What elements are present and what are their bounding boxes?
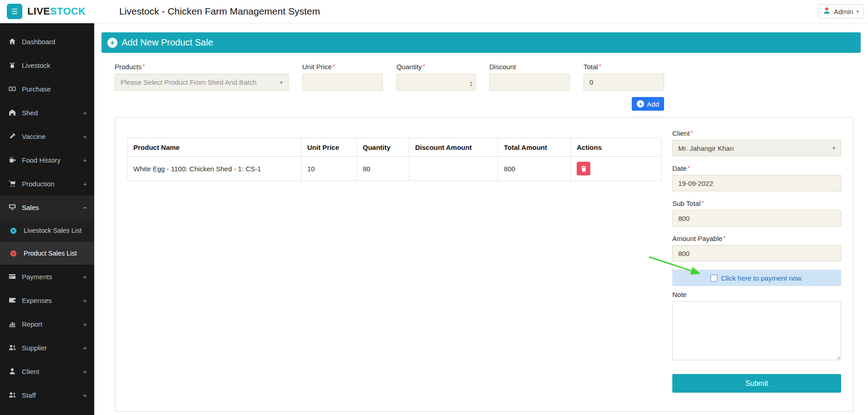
- expand-icon: +: [83, 273, 87, 281]
- page-title: Livestock - Chicken Farm Management Syst…: [119, 6, 320, 17]
- expand-icon: +: [83, 297, 87, 304]
- expand-icon: +: [83, 344, 87, 352]
- payment-toggle[interactable]: Click here to payment now.: [672, 270, 841, 286]
- top-bar: ☰ LIVESTOCK Livestock - Chicken Farm Man…: [0, 0, 868, 23]
- admin-menu[interactable]: Admin ▾: [818, 4, 864, 19]
- cell-total-amount: 800: [498, 157, 571, 181]
- products-select[interactable]: Please Select Product From Shed And Batc…: [115, 74, 289, 91]
- sidebar-item-label: Staff: [22, 391, 83, 399]
- sub-total-label: Sub Total*: [672, 200, 841, 207]
- logo-prefix: LIVE: [27, 5, 50, 17]
- sidebar-item-staff[interactable]: Staff +: [0, 383, 94, 407]
- expand-icon: +: [83, 156, 87, 164]
- sidebar-item-dashboard[interactable]: Dashboard: [0, 30, 94, 53]
- discount-label: Discount: [489, 63, 570, 71]
- bar-chart-icon: [7, 320, 17, 328]
- sidebar-item-payments[interactable]: Payments +: [0, 265, 94, 288]
- client-select[interactable]: Mr. Jahangir Khan ▾: [672, 140, 841, 156]
- column-header-total-amount: Total Amount: [498, 138, 571, 157]
- amount-payable-input[interactable]: [672, 245, 841, 261]
- cell-discount-amount: [409, 157, 498, 181]
- sidebar-item-shed[interactable]: Shed +: [0, 101, 94, 124]
- cow-icon: [7, 61, 17, 69]
- sidebar-item-client[interactable]: Client +: [0, 359, 94, 383]
- sidebar-item-label: Expenses: [22, 297, 83, 304]
- cell-product-name: White Egg - 1100: Chicken Shed - 1: CS-1: [127, 157, 301, 181]
- total-label-text: Total: [584, 63, 598, 71]
- discount-label-text: Discount: [489, 63, 516, 71]
- sidebar-item-label: Production: [22, 180, 83, 188]
- collapse-icon: −: [83, 204, 87, 211]
- add-button[interactable]: + Add: [632, 97, 664, 111]
- sidebar-item-label: Food History: [22, 156, 83, 164]
- sidebar-item-supplier[interactable]: Supplier +: [0, 336, 94, 359]
- user-icon: [823, 7, 831, 16]
- sidebar: Dashboard Livestock Purchase Shed + Vacc…: [0, 23, 94, 415]
- spinner-down-icon[interactable]: ▾: [470, 84, 472, 87]
- client-label-text: Client: [672, 129, 690, 137]
- column-header-unit-price: Unit Price: [301, 138, 357, 157]
- payment-checkbox[interactable]: [711, 275, 717, 282]
- sidebar-item-sales[interactable]: Sales −: [0, 195, 94, 219]
- sidebar-item-purchase[interactable]: Purchase: [0, 77, 94, 101]
- sidebar-item-label: Shed: [22, 109, 83, 117]
- logo-suffix: STOCK: [50, 5, 86, 17]
- sub-total-input[interactable]: [672, 210, 841, 226]
- cart-icon: [7, 180, 17, 187]
- sale-panel: Product Name Unit Price Quantity Discoun…: [115, 117, 853, 412]
- quantity-spinner[interactable]: ▴▾: [470, 81, 472, 87]
- circle-arrow-icon: [10, 250, 19, 257]
- submit-button[interactable]: Submit: [672, 374, 841, 393]
- sidebar-item-report[interactable]: Report +: [0, 312, 94, 336]
- required-mark: *: [142, 63, 145, 70]
- cell-actions: [571, 157, 661, 181]
- home-icon: [7, 38, 17, 45]
- sales-submenu: Livestock Sales List Product Sales List: [0, 219, 94, 265]
- chevron-down-icon: ▾: [280, 79, 283, 86]
- date-input[interactable]: [672, 175, 841, 191]
- sidebar-item-vaccine[interactable]: Vaccine +: [0, 124, 94, 148]
- sidebar-subitem-product-sales-list[interactable]: Product Sales List: [0, 242, 94, 265]
- credit-card-icon: [7, 273, 17, 280]
- column-header-actions: Actions: [571, 138, 661, 157]
- sidebar-item-label: Purchase: [22, 85, 87, 93]
- food-icon: [7, 156, 17, 164]
- client-select-value: Mr. Jahangir Khan: [678, 144, 734, 152]
- plus-circle-icon: +: [107, 38, 117, 48]
- sale-form: Client* Mr. Jahangir Khan ▾ Date* Sub To…: [672, 129, 841, 400]
- sidebar-item-label: Supplier: [22, 344, 83, 352]
- sidebar-item-label: Payments: [22, 273, 83, 281]
- team-icon: [7, 391, 17, 399]
- unit-price-input[interactable]: [302, 74, 383, 91]
- sidebar-subitem-livestock-sales-list[interactable]: Livestock Sales List: [0, 219, 94, 242]
- total-input[interactable]: [584, 74, 664, 91]
- column-header-discount-amount: Discount Amount: [409, 138, 498, 157]
- chevron-down-icon: ▾: [856, 9, 859, 15]
- column-header-product-name: Product Name: [127, 138, 301, 157]
- delete-button[interactable]: [577, 162, 590, 175]
- note-label-text: Note: [672, 291, 687, 298]
- users-icon: [7, 344, 17, 351]
- sub-total-label-text: Sub Total: [672, 200, 700, 207]
- sidebar-item-livestock[interactable]: Livestock: [0, 53, 94, 77]
- sidebar-item-label: Report: [22, 320, 83, 328]
- trash-icon: [580, 165, 587, 172]
- sidebar-item-production[interactable]: Production +: [0, 172, 94, 195]
- discount-input[interactable]: [489, 74, 570, 91]
- add-button-label: Add: [647, 100, 659, 108]
- products-select-value: Please Select Product From Shed And Batc…: [121, 78, 257, 86]
- plus-circle-icon: +: [637, 100, 644, 108]
- quantity-label: Quantity*: [396, 63, 476, 71]
- sidebar-item-label: Client: [22, 368, 83, 375]
- note-textarea[interactable]: [672, 301, 841, 360]
- column-header-quantity: Quantity: [357, 138, 409, 157]
- person-icon: [7, 368, 17, 375]
- quantity-input[interactable]: [396, 74, 476, 91]
- required-mark: *: [690, 129, 693, 136]
- date-label: Date*: [672, 164, 841, 172]
- hamburger-icon: ☰: [11, 7, 18, 16]
- sidebar-item-expenses[interactable]: Expenses +: [0, 288, 94, 312]
- table-wrap: Product Name Unit Price Quantity Discoun…: [127, 138, 663, 400]
- sidebar-item-food-history[interactable]: Food History +: [0, 148, 94, 172]
- hamburger-menu-button[interactable]: ☰: [7, 4, 22, 19]
